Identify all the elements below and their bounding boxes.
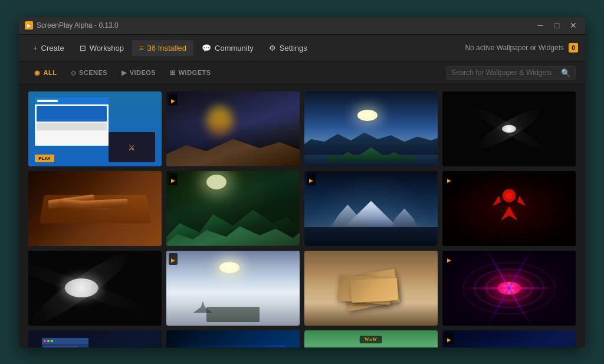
content-area: ⚔ PLAY ▶	[19, 84, 585, 347]
grid-item-16[interactable]: ▶	[442, 330, 576, 347]
title-bar: ▶ ScreenPlay Alpha - 0.13.0 ─ □ ✕	[19, 17, 585, 35]
grid-item-12[interactable]: ▶	[442, 251, 576, 326]
grid-item-6[interactable]: ▶	[166, 171, 300, 246]
nav-community[interactable]: 💬 Community	[195, 40, 261, 56]
close-button[interactable]: ✕	[567, 19, 579, 31]
scenes-filter-icon: ◇	[71, 69, 76, 77]
grid-item-9[interactable]	[28, 251, 162, 326]
grid-item-4[interactable]	[442, 91, 576, 166]
active-count-badge: 0	[569, 43, 578, 53]
window-title: ScreenPlay Alpha - 0.13.0	[37, 21, 534, 29]
community-icon: 💬	[202, 44, 211, 53]
grid-item-2[interactable]: ▶	[166, 91, 300, 166]
nav-bar: + Create ⊡ Workshop ≡ 36 Installed 💬 Com…	[19, 35, 585, 62]
filter-widgets[interactable]: ⊞ WIDGETS	[164, 67, 216, 79]
filter-all-label: ALL	[44, 69, 57, 76]
nav-community-label: Community	[215, 44, 254, 53]
app-icon: ▶	[25, 21, 33, 29]
grid-item-11[interactable]	[304, 251, 438, 326]
grid-item-13[interactable]	[28, 330, 162, 347]
active-status-text: No active Wallpaper or Widgets	[465, 44, 564, 52]
widgets-filter-icon: ⊞	[170, 69, 176, 77]
grid-item-14[interactable]	[166, 330, 300, 347]
main-window: ▶ ScreenPlay Alpha - 0.13.0 ─ □ ✕ + Crea…	[19, 17, 585, 347]
filter-bar: ◉ ALL ◇ SCENES ▶ VIDEOS ⊞ WIDGETS 🔍	[19, 62, 585, 84]
all-filter-icon: ◉	[34, 69, 41, 77]
maximize-button[interactable]: □	[551, 19, 563, 31]
grid-item-7[interactable]: ▶	[304, 171, 438, 246]
filter-videos-label: VIDEOS	[130, 69, 156, 76]
nav-items: + Create ⊡ Workshop ≡ 36 Installed 💬 Com…	[26, 40, 465, 56]
workshop-icon: ⊡	[80, 44, 86, 53]
search-input[interactable]	[451, 68, 557, 77]
wallpaper-grid: ⚔ PLAY ▶	[28, 91, 576, 347]
filter-all[interactable]: ◉ ALL	[28, 67, 63, 79]
create-icon: +	[33, 44, 38, 53]
videos-filter-icon: ▶	[122, 69, 127, 77]
settings-icon: ⚙	[269, 44, 276, 53]
grid-item-1[interactable]: ⚔ PLAY	[28, 91, 162, 166]
grid-item-3[interactable]	[304, 91, 438, 166]
grid-item-10[interactable]: ▶	[166, 251, 300, 326]
nav-workshop-label: Workshop	[90, 44, 124, 53]
filter-widgets-label: WIDGETS	[179, 69, 211, 76]
filter-tabs: ◉ ALL ◇ SCENES ▶ VIDEOS ⊞ WIDGETS	[28, 67, 446, 79]
installed-icon: ≡	[139, 44, 144, 53]
nav-workshop[interactable]: ⊡ Workshop	[73, 40, 131, 56]
nav-installed-label: 36 Installed	[147, 44, 187, 53]
nav-right: No active Wallpaper or Widgets 0	[465, 43, 578, 53]
minimize-button[interactable]: ─	[534, 19, 546, 31]
nav-settings[interactable]: ⚙ Settings	[262, 40, 314, 56]
search-box[interactable]: 🔍	[446, 66, 576, 80]
window-controls: ─ □ ✕	[534, 19, 579, 31]
nav-create-label: Create	[41, 44, 64, 53]
filter-scenes-label: SCENES	[79, 69, 107, 76]
search-icon: 🔍	[561, 68, 570, 77]
nav-installed[interactable]: ≡ 36 Installed	[132, 40, 193, 56]
filter-videos[interactable]: ▶ VIDEOS	[116, 67, 162, 79]
filter-scenes[interactable]: ◇ SCENES	[65, 67, 113, 79]
nav-settings-label: Settings	[280, 44, 307, 53]
grid-item-5[interactable]	[28, 171, 162, 246]
grid-item-8[interactable]: ▶	[442, 171, 576, 246]
nav-create[interactable]: + Create	[26, 40, 71, 56]
grid-item-15[interactable]: WoW	[304, 330, 438, 347]
